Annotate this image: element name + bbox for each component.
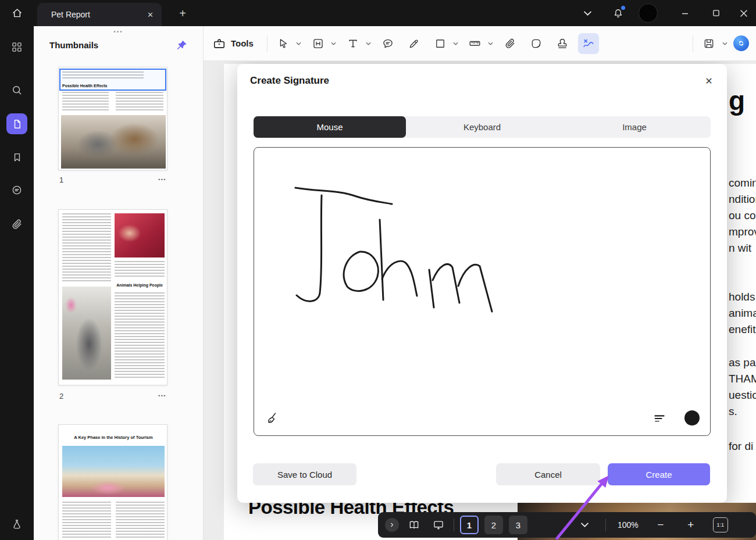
ratio-label: 1:1 [717,522,725,528]
titlebar-dropdown-button[interactable] [575,0,600,26]
signature-icon [582,37,595,50]
document-text-fragment: ou co [729,209,755,222]
tab-image[interactable]: Image [558,116,711,138]
chevron-down-icon[interactable] [330,33,337,54]
thumbnail-row-1: 1 ••• [58,174,167,185]
document-text-fragment: uestio [729,389,756,402]
clear-canvas-button[interactable] [265,410,281,427]
maximize-button[interactable] [704,0,728,26]
document-text-fragment: g [729,85,745,116]
presentation-mode-button[interactable] [429,516,448,534]
thumbnail-photo [115,213,165,258]
minimize-button[interactable] [673,0,697,26]
document-text-fragment: for di [729,440,753,453]
actual-size-button[interactable]: 1:1 [713,517,728,532]
button-label: Create [646,470,672,480]
line-width-button[interactable] [651,410,668,427]
comments-icon [11,184,23,196]
page-thumbnail-3[interactable]: A Key Phase in the History of Tourism Wh… [58,424,167,540]
tools-menu-button[interactable]: Tools [209,33,262,55]
thumbnail-photo [61,115,166,169]
stamp-icon [557,38,568,49]
thumbnails-title: Thumbnails [49,40,98,50]
edit-tool-button[interactable] [308,33,329,54]
cancel-button[interactable]: Cancel [496,463,600,485]
notifications-button[interactable] [606,0,630,26]
panel-drag-handle[interactable]: ••• [34,28,203,35]
comments-button[interactable] [0,178,34,202]
apps-grid-button[interactable] [0,35,34,59]
document-text-fragment: enefits [729,323,756,336]
home-button[interactable] [0,0,34,26]
tab-keyboard[interactable]: Keyboard [406,116,558,138]
page-list-dropdown[interactable] [575,516,594,534]
comment-tool-button[interactable] [377,33,398,54]
save-to-cloud-button[interactable]: Save to Cloud [253,463,356,485]
page-button-3[interactable]: 3 [509,516,527,534]
document-tab[interactable]: Pet Report ✕ [37,3,162,26]
dialog-close-button[interactable]: ✕ [700,72,718,90]
select-tool-button[interactable] [273,33,294,54]
pen-tool-button[interactable] [404,33,425,54]
lab-features-button[interactable] [0,513,34,536]
broom-icon [266,412,280,425]
text-tool-button[interactable] [343,33,363,54]
attachments-button[interactable] [0,213,34,236]
sync-status-button[interactable] [733,35,749,51]
save-button[interactable] [698,33,719,54]
chevron-down-icon[interactable] [365,33,372,54]
chevron-right-icon [388,521,395,528]
line-width-icon [653,412,666,425]
sticker-icon [530,38,542,49]
search-button[interactable] [0,78,34,102]
signature-drawing-canvas[interactable] [254,147,711,436]
new-tab-button[interactable]: + [174,5,191,22]
user-avatar[interactable] [639,3,658,23]
zoom-in-button[interactable]: + [684,516,698,534]
chevron-down-icon[interactable] [295,33,302,54]
attachment-tool-button[interactable] [500,33,520,54]
close-icon: ✕ [705,76,712,87]
tab-mouse[interactable]: Mouse [254,116,406,138]
chevron-down-icon[interactable] [721,33,728,54]
thumbnails-panel-button[interactable] [6,113,27,134]
document-text-fragment: s. [729,405,737,418]
close-window-button[interactable] [732,0,756,26]
text-lines-placeholder [62,502,111,538]
page-thumbnail-1[interactable]: Possible Health Effects [58,67,167,170]
zoom-out-button[interactable]: − [654,516,668,534]
signature-tool-button[interactable] [578,33,599,54]
toolbar-separator [605,518,606,531]
main-toolbar: Tools [204,26,756,61]
page-button-label: 3 [516,520,520,530]
bookmarks-button[interactable] [0,145,34,169]
page-layout-button[interactable] [405,516,423,534]
paperclip-icon [11,219,23,230]
zoom-level[interactable]: 100% [618,520,639,530]
expand-toolbar-button[interactable] [385,518,399,532]
chevron-down-icon[interactable] [452,33,459,54]
pin-panel-button[interactable] [174,38,190,53]
chevron-down-icon[interactable] [487,33,494,54]
create-button[interactable]: Create [608,463,710,485]
document-text-fragment: comin [729,177,756,189]
shapes-tool-button[interactable] [430,33,451,54]
monitor-icon [433,519,444,531]
tab-close-icon[interactable]: ✕ [147,10,154,19]
page-button-2[interactable]: 2 [484,516,503,534]
button-label: Cancel [534,470,562,480]
stamp-tool-button[interactable] [552,33,573,54]
ink-color-swatch[interactable] [684,410,700,425]
page-button-1[interactable]: 1 [460,516,479,534]
page-thumbnail-2[interactable]: Animals Helping People [58,209,167,385]
dialog-title: Create Signature [250,75,329,87]
toolbar-separator [454,518,454,531]
measure-tool-button[interactable] [465,33,486,54]
page-number: 2 [58,392,63,400]
more-options-icon[interactable]: ••• [158,393,167,399]
comment-bubble-icon [382,38,394,49]
sticker-tool-button[interactable] [526,33,547,54]
document-text-fragment: n wit [729,242,751,255]
more-options-icon[interactable]: ••• [158,177,167,183]
save-icon [703,38,715,49]
